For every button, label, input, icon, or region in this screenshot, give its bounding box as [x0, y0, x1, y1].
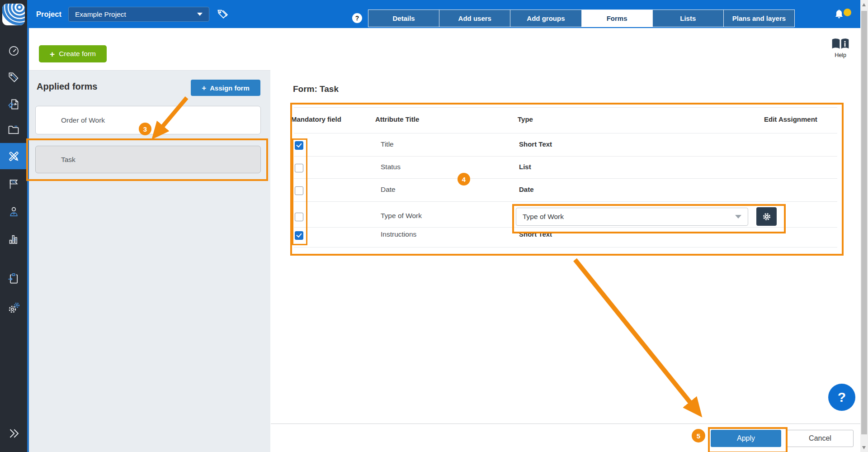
- annotation-rect-form-table: [290, 103, 844, 256]
- mandatory-checkbox-date[interactable]: [295, 186, 303, 195]
- tab-plans-and-layers[interactable]: Plans and layers: [724, 10, 794, 27]
- dashboard-gauge-icon: [8, 45, 20, 57]
- sidebar-item-flags[interactable]: [0, 171, 27, 197]
- form-list-item-order-of-work[interactable]: Order of Work: [35, 106, 261, 134]
- scrollbar-thumb[interactable]: [861, 11, 867, 434]
- person-icon: [8, 205, 20, 218]
- plus-icon: +: [50, 50, 55, 58]
- bell-icon: [833, 8, 845, 21]
- step-number: 5: [697, 432, 700, 440]
- row-divider: [294, 201, 837, 202]
- mandatory-checkbox-type-of-work[interactable]: [295, 213, 303, 221]
- project-selector-value: Example Project: [75, 10, 126, 19]
- attribute-title-cell: Type of Work: [381, 212, 422, 220]
- vertical-scrollbar: [860, 0, 868, 452]
- form-detail-title: Form: Task: [293, 84, 339, 94]
- tab-add-groups[interactable]: Add groups: [510, 10, 581, 27]
- plus-icon: +: [202, 84, 206, 92]
- assign-form-button[interactable]: + Assign form: [191, 80, 260, 96]
- applied-forms-title: Applied forms: [37, 81, 97, 92]
- question-glyph: ?: [355, 14, 359, 22]
- sidebar-accent-divider: [27, 28, 29, 452]
- column-header-attribute-title: Attribute Title: [375, 115, 419, 123]
- column-header-edit-assignment: Edit Assignment: [764, 115, 817, 123]
- sidebar-nav: [0, 0, 27, 452]
- notification-badge-dot: [844, 9, 851, 16]
- scrollbar-down-arrow[interactable]: [862, 446, 866, 449]
- column-header-mandatory-field: Mandatory field: [291, 115, 341, 123]
- attribute-title-cell: Title: [381, 140, 394, 148]
- question-glyph: ?: [838, 390, 846, 405]
- report-approval-icon: [8, 98, 20, 110]
- type-cell: Short Text: [519, 140, 552, 148]
- flag-icon: [8, 178, 20, 190]
- cancel-button[interactable]: Cancel: [787, 430, 854, 447]
- tab-details[interactable]: Details: [368, 10, 439, 27]
- top-header-bar: Project Example Project ? Details Add us…: [27, 0, 860, 28]
- mandatory-checkbox-instructions[interactable]: [295, 231, 303, 240]
- row-divider: [294, 178, 837, 179]
- app-logo[interactable]: [2, 4, 25, 27]
- help-label: Help: [826, 52, 855, 58]
- tags-icon: [8, 71, 20, 84]
- sidebar-item-charts[interactable]: [0, 226, 27, 252]
- ruler-pencil-icon: [7, 150, 20, 163]
- clipboard-arrow-icon: [7, 272, 20, 285]
- attribute-title-cell: Date: [381, 186, 396, 194]
- scrollbar-up-arrow[interactable]: [862, 3, 866, 6]
- sidebar-item-folders[interactable]: [0, 117, 27, 143]
- tab-forms[interactable]: Forms: [582, 10, 653, 27]
- project-selector-dropdown[interactable]: Example Project: [68, 7, 209, 22]
- row-divider: [294, 156, 837, 157]
- chevron-down-icon: [197, 13, 203, 16]
- mandatory-checkbox-status[interactable]: [295, 164, 303, 172]
- form-list-item-task[interactable]: Task: [35, 146, 261, 173]
- applied-forms-panel: Applied forms + Assign form Order of Wor…: [29, 70, 270, 452]
- dropdown-selected-value: Type of Work: [523, 213, 564, 221]
- sidebar-expand-button[interactable]: [0, 420, 27, 447]
- gears-icon: [7, 301, 20, 314]
- row-divider: [294, 227, 837, 228]
- project-tags-icon[interactable]: [216, 8, 230, 23]
- gear-icon: [762, 212, 772, 222]
- chevron-down-icon: [735, 215, 741, 219]
- tab-lists[interactable]: Lists: [653, 10, 724, 27]
- sidebar-item-settings[interactable]: [0, 295, 27, 321]
- attribute-title-cell: Instructions: [381, 230, 416, 238]
- step-number: 4: [462, 176, 466, 183]
- annotation-step-5-badge: 5: [692, 429, 705, 442]
- sidebar-item-design-tools[interactable]: [0, 143, 27, 169]
- annotation-step-4-badge: 4: [458, 173, 470, 186]
- sidebar-item-dashboard[interactable]: [0, 38, 27, 64]
- table-border-top: [294, 107, 837, 108]
- type-cell: Short Text: [519, 230, 552, 238]
- form-item-label: Order of Work: [61, 116, 105, 124]
- bar-chart-icon: [8, 233, 20, 245]
- help-book-icon: [831, 38, 849, 50]
- table-border-bottom: [294, 247, 837, 247]
- type-of-work-dropdown[interactable]: Type of Work: [516, 208, 748, 226]
- type-cell: List: [519, 163, 531, 171]
- apply-button[interactable]: Apply: [711, 430, 781, 447]
- tab-add-users[interactable]: Add users: [439, 10, 510, 27]
- sidebar-item-people[interactable]: [0, 198, 27, 224]
- assign-form-label: Assign form: [210, 84, 250, 92]
- create-form-button[interactable]: + Create form: [39, 45, 107, 62]
- type-cell: Date: [519, 186, 534, 193]
- folder-icon: [7, 124, 20, 136]
- project-label: Project: [36, 10, 61, 19]
- help-fab-button[interactable]: ?: [828, 384, 855, 411]
- sidebar-item-tags[interactable]: [0, 64, 27, 90]
- sidebar-item-reports[interactable]: [0, 91, 27, 117]
- mandatory-checkbox-title[interactable]: [295, 141, 303, 150]
- double-chevron-right-icon: [7, 428, 20, 439]
- app-window: Project Example Project ? Details Add us…: [0, 0, 868, 452]
- header-help-icon[interactable]: ?: [352, 13, 362, 23]
- notifications-bell-button[interactable]: [833, 8, 851, 26]
- list-settings-button[interactable]: [756, 207, 777, 226]
- table-header-divider: [294, 133, 837, 133]
- sidebar-item-task-transfer[interactable]: [0, 265, 27, 291]
- annotation-arrow-to-apply: [575, 260, 693, 405]
- project-tab-bar: Details Add users Add groups Forms Lists…: [368, 10, 795, 27]
- help-book-button[interactable]: Help: [826, 38, 855, 62]
